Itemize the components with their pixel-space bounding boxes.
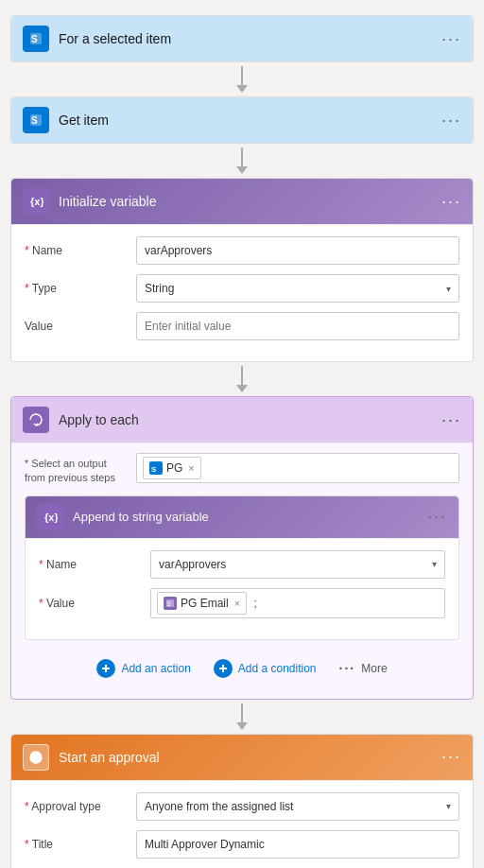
sharepoint-chip-icon: S	[149, 461, 163, 475]
selected-item-title: For a selected item	[59, 31, 432, 46]
pg-email-tag: S PG Email ×	[157, 592, 247, 615]
name-input[interactable]	[136, 236, 459, 265]
svg-text:S: S	[31, 34, 38, 44]
card-init-variable: {x} Initialize variable ··· Name Type St…	[10, 178, 474, 362]
inner-card-header-append: {x} Append to string variable ···	[26, 496, 458, 538]
connector-2	[236, 144, 248, 178]
pg-email-tag-close[interactable]: ×	[234, 598, 240, 609]
svg-text:S: S	[31, 115, 38, 126]
connector-1	[236, 62, 248, 96]
approval-icon	[23, 744, 49, 771]
init-variable-title: Initialize variable	[59, 194, 432, 209]
card-header-get-item: S Get item ···	[11, 97, 473, 143]
apply-each-more[interactable]: ···	[441, 410, 461, 430]
append-value-tags[interactable]: S PG Email × ;	[150, 588, 445, 618]
start-approval-more[interactable]: ···	[441, 747, 461, 767]
pg-tag-label: PG	[166, 461, 182, 475]
add-action-button[interactable]: Add an action	[96, 659, 190, 678]
field-row-select-output: * Select an outputfrom previous steps S …	[25, 453, 459, 486]
start-approval-title: Start an approval	[59, 750, 432, 765]
field-row-name: Name	[25, 236, 459, 265]
field-row-value: Value	[25, 312, 459, 340]
apply-each-title: Apply to each	[59, 412, 432, 427]
sharepoint-icon-get: S	[23, 107, 49, 133]
init-variable-more[interactable]: ···	[441, 192, 461, 212]
get-item-more[interactable]: ···	[441, 111, 461, 130]
apply-each-body: * Select an outputfrom previous steps S …	[11, 443, 473, 699]
card-header-init-variable: {x} Initialize variable ···	[11, 179, 473, 224]
svg-text:S: S	[151, 465, 157, 473]
purple-chip-icon: S	[164, 597, 177, 610]
append-body: Name varApprovers ▾ Value S	[26, 538, 458, 639]
variable-icon-init: {x}	[23, 188, 49, 215]
approval-type-label: Approval type	[25, 800, 129, 813]
add-condition-button[interactable]: Add a condition	[214, 659, 317, 678]
chevron-down-icon-2: ▾	[432, 559, 437, 569]
approval-title-input[interactable]	[136, 830, 459, 859]
approval-type-select[interactable]: Anyone from the assigned list ▾	[136, 792, 459, 821]
init-variable-body: Name Type String ▾ Value	[11, 224, 473, 361]
pg-email-tag-label: PG Email	[181, 597, 229, 610]
variable-icon-append: {x}	[37, 504, 63, 530]
svg-text:{x}: {x}	[30, 196, 43, 207]
card-get-item: S Get item ···	[10, 96, 474, 144]
card-header-selected-item: S For a selected item ···	[11, 16, 473, 61]
svg-text:{x}: {x}	[44, 512, 58, 523]
card-header-approval: Start an approval ···	[11, 735, 473, 780]
field-row-type: Type String ▾	[25, 274, 459, 303]
type-label: Type	[25, 282, 129, 295]
connector-3	[236, 362, 248, 396]
append-name-label: Name	[39, 558, 143, 571]
type-select[interactable]: String ▾	[136, 274, 459, 303]
selected-item-more[interactable]: ···	[441, 29, 461, 49]
approval-title-label: Title	[25, 838, 129, 851]
value-label: Value	[25, 320, 129, 333]
card-start-approval: Start an approval ··· Approval type Anyo…	[10, 734, 474, 868]
loop-icon	[23, 407, 49, 433]
append-more[interactable]: ···	[427, 507, 447, 527]
select-output-label: * Select an outputfrom previous steps	[25, 453, 129, 486]
svg-text:S: S	[166, 600, 171, 607]
chevron-down-icon: ▾	[446, 284, 451, 294]
semicolon-separator: ;	[251, 597, 257, 610]
approval-title-row: Title	[25, 830, 459, 859]
more-button[interactable]: ··· More	[339, 659, 388, 678]
card-for-selected-item: S For a selected item ···	[10, 15, 474, 62]
action-buttons: Add an action Add a condition ··· More	[25, 648, 459, 689]
sharepoint-icon-selected: S	[23, 26, 49, 52]
add-action-icon	[96, 659, 115, 678]
pg-tag: S PG ×	[143, 457, 201, 479]
append-name-select[interactable]: varApprovers ▾	[150, 550, 445, 579]
card-apply-each: Apply to each ··· * Select an outputfrom…	[10, 396, 474, 700]
append-title: Append to string variable	[73, 510, 418, 524]
start-approval-body: Approval type Anyone from the assigned l…	[11, 780, 473, 868]
card-header-apply-each: Apply to each ···	[11, 397, 473, 443]
append-value-row: Value S PG Email × ;	[39, 588, 445, 618]
approval-type-row: Approval type Anyone from the assigned l…	[25, 792, 459, 821]
name-label: Name	[25, 244, 129, 257]
pg-tag-close[interactable]: ×	[188, 462, 194, 474]
select-output-tags[interactable]: S PG ×	[136, 453, 459, 483]
get-item-title: Get item	[59, 113, 432, 128]
flow-container: S For a selected item ··· S Get item ···…	[0, 0, 484, 868]
chevron-down-icon-3: ▾	[446, 801, 451, 811]
connector-4	[236, 700, 248, 734]
inner-card-append: {x} Append to string variable ··· Name v…	[25, 495, 459, 640]
value-input[interactable]	[136, 312, 459, 340]
append-name-row: Name varApprovers ▾	[39, 550, 445, 579]
append-value-label: Value	[39, 597, 143, 610]
add-condition-icon	[214, 659, 233, 678]
